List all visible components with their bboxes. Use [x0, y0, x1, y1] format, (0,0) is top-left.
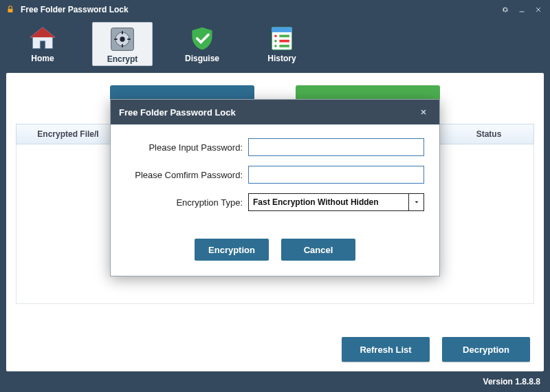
dialog-body: Please Input Password: Please Comfirm Pa…: [111, 124, 439, 226]
type-label: Encryption Type:: [126, 197, 248, 208]
password-input[interactable]: [248, 138, 424, 156]
encryption-type-select[interactable]: Fast Encryption Without Hidden: [248, 193, 424, 211]
dialog-encrypt-button[interactable]: Encryption: [195, 239, 269, 261]
chevron-down-icon: [408, 194, 424, 210]
encryption-type-value: Fast Encryption Without Hidden: [253, 197, 379, 207]
password-dialog: Free Folder Password Lock Please Input P…: [110, 99, 440, 276]
password-label: Please Input Password:: [126, 142, 248, 153]
confirm-input[interactable]: [248, 166, 424, 184]
dialog-close-icon[interactable]: [416, 105, 431, 120]
dialog-cancel-button[interactable]: Cancel: [281, 239, 355, 261]
dialog-titlebar: Free Folder Password Lock: [111, 100, 439, 124]
dialog-footer: Encryption Cancel: [111, 226, 439, 276]
modal-overlay: Free Folder Password Lock Please Input P…: [0, 0, 550, 392]
confirm-label: Please Comfirm Password:: [126, 170, 248, 180]
dialog-title: Free Folder Password Lock: [119, 107, 236, 118]
